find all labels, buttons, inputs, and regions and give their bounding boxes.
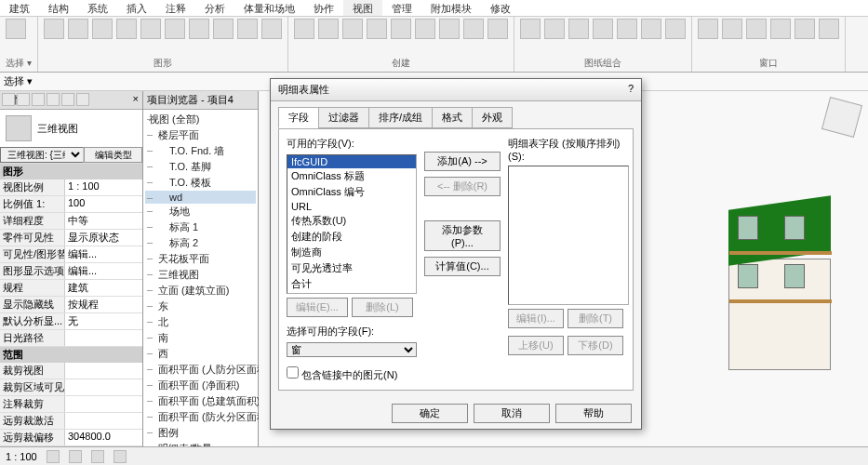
calculated-value-button[interactable]: 计算值(C)... — [424, 257, 501, 276]
move-up-button[interactable]: 上移(U) — [508, 336, 564, 355]
help-button[interactable]: 帮助 — [555, 404, 632, 423]
property-row[interactable]: 裁剪视图 — [0, 363, 142, 379]
view-scale[interactable]: 1 : 100 — [6, 451, 37, 462]
ribbon-button[interactable] — [68, 19, 88, 39]
tree-node[interactable]: 视图 (全部) — [145, 112, 256, 127]
tree-node[interactable]: 场地 — [145, 204, 256, 219]
dialog-help-icon[interactable]: ? — [628, 83, 634, 97]
include-linked-checkbox[interactable]: 包含链接中的图元(N) — [287, 366, 417, 382]
scheduled-fields-listbox[interactable] — [508, 166, 629, 305]
status-icon[interactable] — [47, 450, 60, 463]
listbox-item[interactable]: 合计 — [287, 276, 416, 292]
property-row[interactable]: 远剪裁偏移304800.0 — [0, 430, 142, 446]
select-label[interactable]: 选择 ▾ — [4, 74, 33, 88]
remove-field-button[interactable]: <-- 删除(R) — [424, 177, 501, 196]
ribbon-button[interactable] — [391, 19, 411, 39]
available-fields-listbox[interactable]: IfcGUIDOmniClass 标题OmniClass 编号URL传热系数(U… — [287, 154, 417, 294]
ribbon-button[interactable] — [795, 19, 815, 39]
tree-node[interactable]: 三维视图 — [145, 267, 256, 283]
property-row[interactable]: 远剪裁激活 — [0, 413, 142, 430]
ribbon-tab[interactable]: 注释 — [156, 0, 195, 16]
ribbon-button[interactable] — [819, 19, 839, 39]
ribbon-tab[interactable]: 建筑 — [0, 0, 39, 16]
ribbon-button[interactable] — [520, 19, 541, 39]
property-row[interactable]: 显示隐藏线按规程 — [0, 297, 142, 313]
ribbon-button[interactable] — [439, 19, 460, 39]
dialog-tab[interactable]: 外观 — [472, 107, 513, 128]
listbox-item[interactable]: 吸收率 — [287, 292, 416, 294]
ribbon-tab[interactable]: 修改 — [481, 0, 520, 16]
cancel-button[interactable]: 取消 — [474, 404, 550, 423]
ribbon-button[interactable] — [568, 19, 589, 39]
ribbon-button[interactable] — [189, 19, 209, 39]
ribbon-button[interactable] — [487, 19, 508, 39]
ribbon-button[interactable] — [617, 19, 637, 39]
listbox-item[interactable]: 可见光透过率 — [287, 260, 416, 276]
tree-node[interactable]: 标高 1 — [145, 219, 256, 235]
qat-icon[interactable] — [61, 93, 74, 106]
tree-node[interactable]: 楼层平面 — [145, 127, 256, 143]
ribbon-button[interactable] — [237, 19, 258, 39]
ribbon-button[interactable] — [318, 19, 339, 39]
ribbon-tab[interactable]: 视图 — [343, 0, 382, 16]
edit-type-button[interactable]: 编辑类型 — [84, 147, 142, 163]
edit-scheduled-button[interactable]: 编辑(I)... — [508, 309, 564, 328]
ribbon-button[interactable] — [746, 19, 767, 39]
property-row[interactable]: 零件可见性显示原状态 — [0, 230, 142, 246]
ribbon-button[interactable] — [294, 19, 314, 39]
tree-node[interactable]: wd — [145, 191, 256, 204]
tree-node[interactable]: 西 — [145, 346, 256, 362]
status-icon[interactable] — [69, 450, 82, 463]
move-down-button[interactable]: 下移(D) — [568, 336, 623, 355]
ribbon-tab[interactable]: 附加模块 — [421, 0, 481, 16]
tree-node[interactable]: T.O. Fnd. 墙 — [145, 143, 256, 159]
ribbon-button[interactable] — [140, 19, 161, 39]
ribbon-button[interactable] — [92, 19, 113, 39]
qat-icon[interactable] — [32, 93, 45, 106]
add-parameter-button[interactable]: 添加参数(P)... — [424, 220, 501, 251]
dialog-tab[interactable]: 过滤器 — [318, 107, 369, 128]
delete-scheduled-button[interactable]: 删除(T) — [568, 309, 623, 328]
tree-node[interactable]: 面积平面 (总建筑面积) — [145, 393, 256, 409]
tree-node[interactable]: 面积平面 (人防分区面积) — [145, 362, 256, 378]
ribbon-tab[interactable]: 系统 — [78, 0, 117, 16]
dialog-titlebar[interactable]: 明细表属性 ? — [271, 79, 641, 101]
tree-node[interactable]: 图例 — [145, 425, 256, 441]
ok-button[interactable]: 确定 — [392, 404, 468, 423]
property-row[interactable]: 图形显示选项编辑... — [0, 263, 142, 280]
tree-node[interactable]: 立面 (建筑立面) — [145, 283, 256, 299]
property-row[interactable]: 默认分析显...无 — [0, 313, 142, 330]
ribbon-tab[interactable]: 分析 — [195, 0, 234, 16]
listbox-item[interactable]: IfcGUID — [287, 155, 416, 168]
ribbon-tab[interactable]: 管理 — [382, 0, 421, 16]
property-row[interactable]: 详细程度中等 — [0, 213, 142, 230]
ribbon-button[interactable] — [415, 19, 435, 39]
property-row[interactable]: 日光路径 — [0, 330, 142, 347]
dialog-tab[interactable]: 排序/成组 — [368, 107, 433, 128]
ribbon-button[interactable] — [44, 19, 64, 39]
delete-field-button[interactable]: 删除(L) — [352, 298, 413, 317]
view-cube[interactable] — [821, 97, 862, 138]
ribbon-button[interactable] — [698, 19, 718, 39]
status-icon[interactable] — [114, 450, 127, 463]
tree-node[interactable]: 南 — [145, 330, 256, 346]
property-row[interactable]: 视图比例1 : 100 — [0, 179, 142, 196]
instance-selector[interactable]: 三维视图: {三维} — [0, 147, 84, 163]
tree-node[interactable]: 东 — [145, 299, 256, 314]
listbox-item[interactable]: 传热系数(U) — [287, 213, 416, 229]
listbox-item[interactable]: OmniClass 编号 — [287, 184, 416, 200]
category-combo[interactable]: 窗 — [287, 342, 417, 357]
ribbon-button[interactable] — [213, 19, 234, 39]
dialog-tab[interactable]: 字段 — [278, 107, 319, 128]
ribbon-button[interactable] — [593, 19, 613, 39]
ribbon-button[interactable] — [342, 19, 363, 39]
property-row[interactable]: 注释裁剪 — [0, 396, 142, 413]
ribbon-tab[interactable]: 插入 — [117, 0, 156, 16]
browser-tree[interactable]: 视图 (全部)楼层平面T.O. Fnd. 墙T.O. 基脚T.O. 楼板wd场地… — [143, 110, 258, 465]
property-row[interactable]: 可见性/图形替换编辑... — [0, 246, 142, 263]
ribbon-button[interactable] — [6, 19, 26, 39]
tree-node[interactable]: 面积平面 (净面积) — [145, 378, 256, 393]
property-row[interactable]: 规程建筑 — [0, 280, 142, 297]
close-icon[interactable]: × — [133, 93, 139, 107]
ribbon-button[interactable] — [116, 19, 137, 39]
